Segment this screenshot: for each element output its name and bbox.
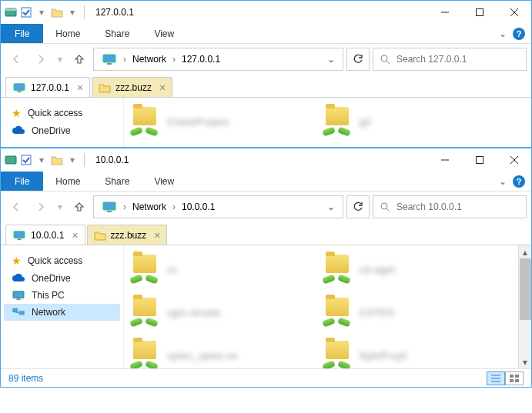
back-button[interactable] — [5, 196, 27, 218]
computer-icon[interactable] — [97, 52, 122, 67]
up-button[interactable] — [69, 48, 90, 70]
sidebar-item-label: Quick access — [28, 255, 82, 266]
new-folder-icon[interactable] — [50, 5, 64, 19]
checkbox-icon[interactable] — [19, 5, 33, 19]
ribbon-tab-home[interactable]: Home — [43, 172, 92, 191]
sidebar-item-quick-access[interactable]: ★ Quick access — [4, 251, 120, 270]
scroll-down-icon[interactable]: ▾ — [519, 355, 531, 368]
share-folder-item[interactable]: cc — [124, 251, 301, 288]
up-button[interactable] — [69, 196, 90, 218]
ribbon-tab-share[interactable]: Share — [92, 24, 142, 43]
body: ★ Quick access OneDrive ClientProject gi… — [1, 98, 531, 147]
share-folder-item[interactable]: DpkiProjX — [316, 338, 494, 368]
details-view-button[interactable] — [487, 371, 505, 385]
refresh-button[interactable] — [346, 48, 370, 71]
close-tab-icon[interactable]: × — [72, 230, 78, 241]
close-tab-icon[interactable]: × — [154, 230, 160, 241]
qat-overflow-icon[interactable]: ▾ — [65, 153, 79, 167]
chevron-right-icon[interactable]: › — [172, 54, 176, 65]
forward-button[interactable] — [30, 48, 52, 70]
navigation-pane: ★ Quick access OneDrive — [1, 98, 124, 147]
computer-icon[interactable] — [97, 199, 122, 215]
qat-dropdown-icon[interactable]: ▾ — [35, 153, 49, 167]
breadcrumb-host[interactable]: 127.0.0.1 — [177, 52, 225, 66]
sidebar-item-quick-access[interactable]: ★ Quick access — [4, 104, 120, 122]
search-box[interactable] — [373, 48, 527, 71]
qat-dropdown-icon[interactable]: ▾ — [35, 5, 49, 19]
ribbon-tab-view[interactable]: View — [142, 172, 186, 191]
doc-tab-zzz[interactable]: zzz.buzz × — [92, 77, 172, 97]
close-tab-icon[interactable]: × — [159, 82, 166, 93]
qat-overflow-icon[interactable]: ▾ — [65, 5, 79, 19]
maximize-button[interactable] — [462, 148, 497, 172]
address-dropdown-icon[interactable]: ⌄ — [323, 202, 340, 212]
doc-tab-zzz[interactable]: zzz.buzz × — [87, 225, 168, 245]
share-folder-item[interactable]: cplex_cplex.xx — [124, 338, 301, 368]
address-bar[interactable]: › Network › 10.0.0.1 ⌄ — [93, 195, 343, 218]
maximize-button[interactable] — [462, 1, 497, 24]
ribbon-tab-view[interactable]: View — [142, 24, 186, 43]
properties-icon[interactable] — [4, 153, 18, 167]
chevron-right-icon[interactable]: › — [123, 202, 126, 212]
ribbon-tab-share[interactable]: Share — [92, 172, 142, 191]
close-button[interactable] — [497, 148, 531, 172]
network-share-icon — [129, 341, 159, 368]
minimize-button[interactable] — [427, 148, 462, 172]
recent-dropdown[interactable]: ▾ — [55, 196, 65, 218]
close-tab-icon[interactable]: × — [77, 82, 83, 93]
doc-tab-host[interactable]: 10.0.0.1 × — [5, 225, 85, 245]
sidebar-item-onedrive[interactable]: OneDrive — [4, 122, 120, 139]
computer-icon — [12, 82, 26, 93]
ribbon-tab-home[interactable]: Home — [43, 24, 92, 43]
chevron-right-icon[interactable]: › — [172, 202, 176, 212]
back-button[interactable] — [5, 48, 27, 70]
share-folder-item[interactable]: cgis-terado — [124, 295, 301, 331]
breadcrumb-host[interactable]: 10.0.0.1 — [177, 200, 219, 214]
quick-access-toolbar: ▾ ▾ — [1, 153, 91, 167]
search-input[interactable] — [396, 54, 520, 65]
sidebar-item-network[interactable]: Network — [4, 304, 120, 321]
expand-ribbon-icon[interactable]: ⌄ — [499, 28, 507, 39]
breadcrumb-network[interactable]: Network — [128, 52, 171, 66]
share-folder-item[interactable]: ClientProject — [124, 104, 301, 141]
share-folder-item[interactable]: git — [316, 104, 494, 141]
help-icon[interactable]: ? — [513, 175, 525, 188]
content-pane[interactable]: cc cd-aget cgis-terado CHTEX cplex_cplex… — [124, 245, 517, 368]
scrollbar-thumb[interactable] — [520, 258, 531, 320]
forward-button[interactable] — [30, 196, 52, 218]
doc-tab-label: zzz.buzz — [115, 82, 152, 93]
share-folder-item[interactable]: CHTEX — [316, 295, 494, 331]
close-button[interactable] — [497, 1, 531, 24]
content-pane[interactable]: ClientProject git — [124, 98, 531, 147]
scroll-up-icon[interactable]: ▴ — [519, 245, 531, 258]
breadcrumb-network[interactable]: Network — [128, 200, 171, 214]
expand-ribbon-icon[interactable]: ⌄ — [499, 176, 507, 187]
doc-tab-label: 127.0.0.1 — [31, 82, 69, 93]
search-box[interactable] — [373, 195, 527, 218]
titlebar[interactable]: ▾ ▾ 127.0.0.1 — [1, 1, 531, 24]
titlebar[interactable]: ▾ ▾ 10.0.0.1 — [1, 148, 531, 172]
status-bar: 89 items — [1, 368, 531, 387]
properties-icon[interactable] — [4, 5, 18, 19]
address-dropdown-icon[interactable]: ⌄ — [323, 54, 340, 65]
file-tab[interactable]: File — [1, 24, 43, 43]
chevron-right-icon[interactable]: › — [123, 54, 126, 65]
share-folder-item[interactable]: cd-aget — [316, 251, 494, 288]
vertical-scrollbar[interactable]: ▴ ▾ — [518, 245, 531, 368]
svg-line-29 — [15, 312, 22, 313]
computer-icon — [12, 230, 26, 241]
doc-tab-host[interactable]: 127.0.0.1 × — [5, 77, 90, 97]
new-folder-icon[interactable] — [50, 153, 64, 167]
search-input[interactable] — [396, 202, 520, 212]
help-icon[interactable]: ? — [513, 28, 525, 40]
file-tab[interactable]: File — [1, 172, 43, 191]
sidebar-item-this-pc[interactable]: This PC — [4, 287, 120, 304]
icons-view-button[interactable] — [505, 371, 524, 385]
sidebar-item-onedrive[interactable]: OneDrive — [4, 270, 120, 287]
checkbox-icon[interactable] — [19, 153, 33, 167]
refresh-button[interactable] — [346, 195, 370, 218]
recent-dropdown[interactable]: ▾ — [55, 48, 65, 70]
minimize-button[interactable] — [427, 1, 462, 24]
star-icon: ★ — [12, 107, 22, 119]
address-bar[interactable]: › Network › 127.0.0.1 ⌄ — [93, 48, 343, 71]
